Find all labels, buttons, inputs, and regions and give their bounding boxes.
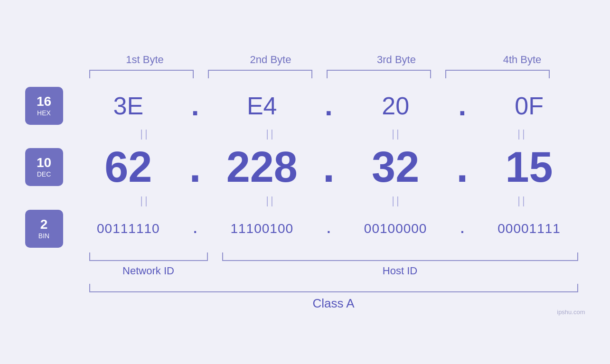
eq-sym-1: ||: [93, 128, 197, 140]
byte-label-4: 4th Byte: [470, 54, 574, 66]
class-bracket-row: [25, 284, 585, 292]
bin-byte-2: 11100100: [210, 221, 314, 236]
dec-values: 62 . 228 . 32 . 15: [63, 143, 585, 192]
bin-byte-4: 00001111: [477, 221, 582, 236]
byte-label-1: 1st Byte: [93, 54, 197, 66]
host-id-label: Host ID: [222, 265, 578, 277]
hex-dot-3: .: [455, 89, 469, 122]
hex-byte-1: 3E: [76, 92, 180, 120]
bin-values: 00111110 . 11100100 . 00100000 . 0000111…: [63, 221, 585, 236]
brackets-top-row: [25, 70, 585, 78]
bracket-top-4: [445, 70, 550, 78]
bottom-brackets-row: [25, 252, 585, 261]
hex-row: 16 HEX 3E . E4 . 20 . 0F: [25, 87, 585, 125]
eq-sym-4: ||: [470, 128, 574, 140]
hex-badge: 16 HEX: [25, 87, 63, 125]
bin-dot-3: .: [455, 221, 469, 236]
bracket-top-2: [208, 70, 312, 78]
dec-byte-2: 228: [210, 143, 314, 192]
eq-sym-7: ||: [344, 195, 449, 207]
bin-dot-1: .: [188, 221, 202, 236]
network-id-label: Network ID: [89, 265, 208, 277]
dec-dot-1: .: [188, 143, 202, 192]
equals-row-1: || || || ||: [25, 128, 585, 140]
hex-byte-2: E4: [210, 92, 314, 120]
hex-dot-2: .: [321, 89, 336, 122]
bin-dot-2: .: [321, 221, 336, 236]
bracket-class-a: [89, 284, 578, 292]
eq-sym-8: ||: [470, 195, 574, 207]
dec-row: 10 DEC 62 . 228 . 32 . 15: [25, 143, 585, 192]
hex-byte-4: 0F: [477, 92, 582, 120]
byte-labels-row: 1st Byte 2nd Byte 3rd Byte 4th Byte: [25, 54, 585, 66]
dec-byte-1: 62: [76, 143, 180, 192]
eq-sym-3: ||: [344, 128, 449, 140]
bracket-network-id: [89, 252, 208, 261]
dec-byte-3: 32: [343, 143, 448, 192]
equals-row-2: || || || ||: [25, 195, 585, 207]
byte-label-3: 3rd Byte: [344, 54, 449, 66]
bin-byte-3: 00100000: [343, 221, 448, 236]
dec-dot-2: .: [321, 143, 336, 192]
byte-label-2: 2nd Byte: [218, 54, 323, 66]
hex-dot-1: .: [188, 89, 202, 122]
bin-badge: 2 BIN: [25, 210, 63, 248]
main-container: 1st Byte 2nd Byte 3rd Byte 4th Byte 16 H…: [25, 54, 585, 311]
bin-byte-1: 00111110: [76, 221, 180, 236]
id-labels-row: Network ID Host ID: [25, 265, 585, 277]
dec-badge: 10 DEC: [25, 148, 63, 186]
hex-values: 3E . E4 . 20 . 0F: [63, 89, 585, 122]
bin-row: 2 BIN 00111110 . 11100100 . 00100000 . 0…: [25, 210, 585, 248]
eq-sym-5: ||: [93, 195, 197, 207]
hex-byte-3: 20: [343, 92, 448, 120]
eq-sym-6: ||: [218, 195, 323, 207]
dec-dot-3: .: [455, 143, 469, 192]
eq-sym-2: ||: [218, 128, 323, 140]
bracket-top-3: [327, 70, 431, 78]
watermark: ipshu.com: [557, 308, 585, 316]
class-a-label: Class A: [25, 296, 585, 311]
bracket-host-id: [222, 252, 578, 261]
bracket-top-1: [89, 70, 194, 78]
dec-byte-4: 15: [477, 143, 582, 192]
